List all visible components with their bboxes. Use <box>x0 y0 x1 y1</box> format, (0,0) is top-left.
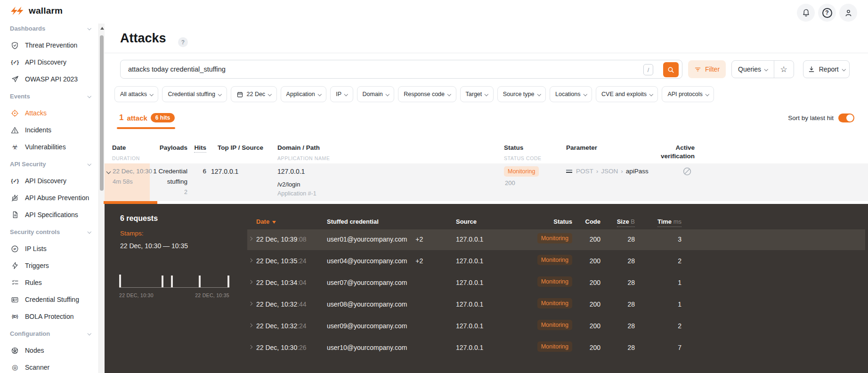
filter-chip[interactable]: Domain <box>357 86 395 102</box>
sidebar: Dashboards Threat Prevention {✓} API Dis… <box>0 24 98 373</box>
sidebar-section-events[interactable]: Events <box>0 88 98 105</box>
chevron-down-icon <box>583 92 587 96</box>
col-header-active-2: verification <box>648 153 695 160</box>
col-subheader-application: APPLICATION NAME <box>277 155 330 161</box>
calendar-icon <box>236 91 243 98</box>
filter-chip[interactable]: 22 Dec <box>231 86 277 102</box>
request-row[interactable]: 22 Dec, 10:30:26 user10@yourcompany.com … <box>247 338 865 358</box>
filter-chip[interactable]: CVE and exploits <box>596 86 658 102</box>
filter-button[interactable]: Filter <box>688 60 726 78</box>
request-row[interactable]: 22 Dec, 10:35:24 user04@yourcompany.com+… <box>247 251 865 272</box>
col-subheader-status-code: STATUS CODE <box>504 155 542 161</box>
request-source: 127.0.0.1 <box>456 322 483 330</box>
request-status: Monitoring <box>513 233 572 243</box>
sidebar-item-ip-lists[interactable]: IP IP Lists <box>0 240 98 257</box>
attack-parameter: POST › JSON › apiPass <box>566 168 649 175</box>
scrollbar[interactable] <box>98 24 105 373</box>
filter-chip[interactable]: API protocols <box>662 86 714 102</box>
filter-icon <box>694 66 701 73</box>
sidebar-item-scanner[interactable]: ◎ Scanner <box>0 359 98 373</box>
chevron-down-icon <box>87 94 91 98</box>
sidebar-section-security-controls[interactable]: Security controls <box>0 223 98 240</box>
filter-chip[interactable]: Application <box>281 86 327 102</box>
sidebar-section-api-security[interactable]: API Security <box>0 155 98 172</box>
attacks-tab[interactable]: 1 attack 6 hits <box>119 113 175 122</box>
chevron-down-icon <box>649 92 653 96</box>
favorite-query-button[interactable]: ☆ <box>774 61 794 78</box>
notifications-button[interactable] <box>797 4 815 22</box>
scrollbar-up-arrow-icon[interactable] <box>100 27 104 30</box>
requests-col-time[interactable]: Time ms <box>650 218 681 225</box>
sidebar-section-dashboards[interactable]: Dashboards <box>0 24 98 37</box>
robot-crossed-icon <box>10 194 20 202</box>
expand-chevron-icon[interactable] <box>249 324 252 327</box>
request-row[interactable]: 22 Dec, 10:32:44 user08@yourcompany.com … <box>247 294 865 315</box>
col-header-parameter: Parameter <box>566 144 597 151</box>
attack-payload-count: 2 <box>137 189 187 195</box>
sidebar-item-rules[interactable]: Rules <box>0 274 98 291</box>
request-row[interactable]: 22 Dec, 10:34:04 user07@yourcompany.com … <box>247 273 865 293</box>
requests-col-date[interactable]: Date <box>256 218 276 225</box>
extra-credentials-count: +2 <box>415 235 423 243</box>
sidebar-item-vulnerabilities[interactable]: ☣ Vulnerabilities <box>0 138 98 155</box>
expand-chevron-icon[interactable] <box>249 280 252 284</box>
sidebar-item-triggers[interactable]: Triggers <box>0 257 98 274</box>
sidebar-item-nodes[interactable]: Nodes <box>0 342 98 359</box>
scrollbar-thumb[interactable] <box>100 35 104 191</box>
request-date: 22 Dec, 10:32:24 <box>256 322 307 330</box>
request-credential: user08@yourcompany.com <box>327 300 407 308</box>
filter-chip[interactable]: All attacks <box>114 86 158 102</box>
status-badge: Monitoring <box>537 233 572 243</box>
sidebar-item-owasp-api-2023[interactable]: OWASP API 2023 <box>0 71 98 88</box>
sort-by-latest-hit-toggle[interactable] <box>838 114 854 122</box>
expand-chevron-icon[interactable] <box>249 259 252 262</box>
attack-domain: 127.0.0.1 <box>277 168 305 175</box>
request-source: 127.0.0.1 <box>456 235 483 243</box>
slash-shortcut-hint: / <box>643 64 653 75</box>
stamps-label: Stamps: <box>120 230 144 237</box>
lightning-icon <box>10 262 20 269</box>
checklist-icon <box>10 279 20 286</box>
queries-button[interactable]: Queries <box>732 61 774 78</box>
request-status: Monitoring <box>513 276 572 287</box>
attack-row[interactable]: 22 Dec, 10:30 4m 58s 1 Credential stuffi… <box>105 163 868 201</box>
expand-chevron-icon[interactable] <box>249 345 252 349</box>
sidebar-item-bola-protection[interactable]: {ID} BOLA Protection <box>0 308 98 325</box>
sidebar-item-api-abuse-prevention[interactable]: API Abuse Prevention <box>0 189 98 206</box>
request-row[interactable]: 22 Dec, 10:39:08 user01@yourcompany.com+… <box>247 229 865 250</box>
user-button[interactable] <box>839 4 857 22</box>
filter-chip[interactable]: IP <box>330 86 353 102</box>
filter-chip[interactable]: Source type <box>497 86 546 102</box>
chart-x-label-end: 22 DEC, 10:35 <box>175 292 229 298</box>
search-button[interactable] <box>663 62 679 77</box>
request-code: 200 <box>572 300 600 308</box>
expand-chevron-icon[interactable] <box>249 237 252 241</box>
request-credential: user07@yourcompany.com <box>327 279 407 286</box>
filter-chip[interactable]: Locations <box>550 86 592 102</box>
chevron-down-icon <box>764 67 768 71</box>
filter-chip[interactable]: Response code <box>398 86 456 102</box>
chart-x-label-start: 22 DEC, 10:30 <box>119 292 154 298</box>
page-help-icon[interactable]: ? <box>178 37 188 47</box>
help-button[interactable]: ? <box>818 4 836 22</box>
request-size: 28 <box>605 322 635 330</box>
braces-check-icon: {✓} <box>10 178 20 184</box>
sidebar-item-attacks[interactable]: Attacks <box>0 105 98 122</box>
sidebar-section-configuration[interactable]: Configuration <box>0 325 98 342</box>
request-row[interactable]: 22 Dec, 10:32:24 user09@yourcompany.com … <box>247 316 865 337</box>
chevron-down-icon <box>150 92 154 96</box>
filter-chip[interactable]: Credential stuffing <box>162 86 227 102</box>
sidebar-item-api-discovery[interactable]: {✓} API Discovery <box>0 54 98 71</box>
sidebar-item-api-specifications[interactable]: API Specifications <box>0 206 98 223</box>
col-header-hits[interactable]: Hits <box>188 144 206 151</box>
report-button[interactable]: Report <box>803 60 850 78</box>
wallarm-logo[interactable]: wallarm <box>10 6 63 16</box>
chevron-down-icon <box>218 92 222 96</box>
filter-chip[interactable]: Target <box>460 86 494 102</box>
requests-col-size[interactable]: Size B <box>605 218 635 225</box>
sidebar-item-api-discovery-2[interactable]: {✓} API Discovery <box>0 172 98 189</box>
sidebar-item-credential-stuffing[interactable]: Credential Stuffing <box>0 291 98 308</box>
sidebar-item-incidents[interactable]: Incidents <box>0 122 98 138</box>
expand-chevron-icon[interactable] <box>249 302 252 306</box>
sidebar-item-threat-prevention[interactable]: Threat Prevention <box>0 37 98 54</box>
